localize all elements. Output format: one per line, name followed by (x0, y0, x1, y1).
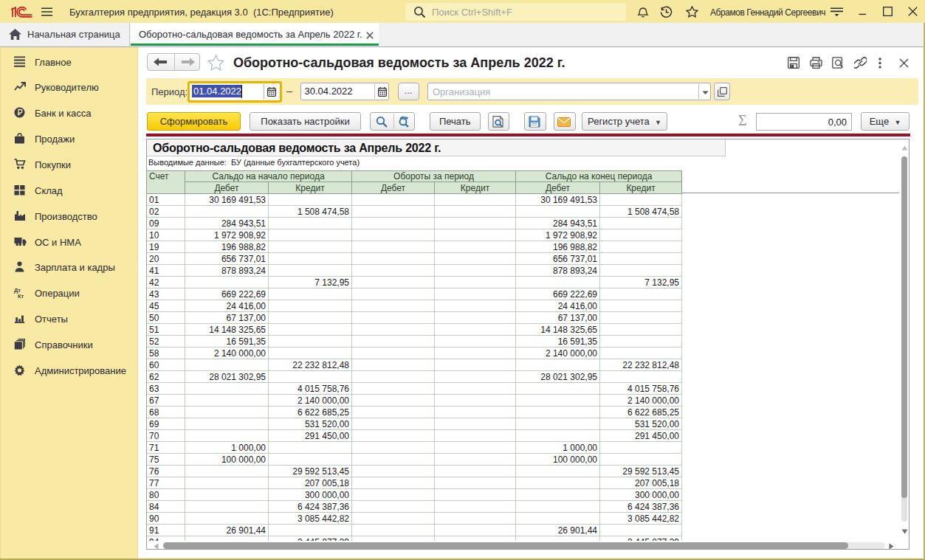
svg-text:Кт: Кт (18, 293, 24, 299)
